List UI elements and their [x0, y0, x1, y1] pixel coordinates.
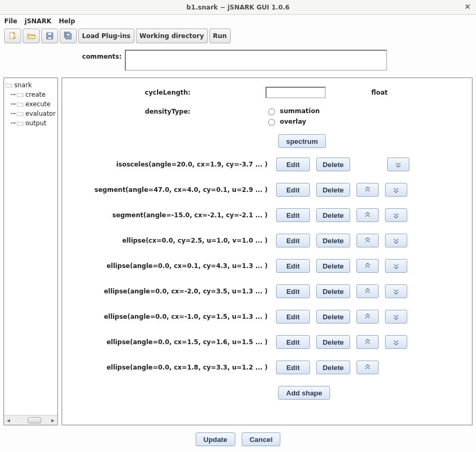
scroll-left-icon[interactable]: ◂ [4, 417, 13, 424]
move-up-button[interactable] [356, 259, 379, 273]
expand-icon[interactable]: ⊶ [11, 101, 15, 107]
delete-button[interactable]: Delete [316, 310, 350, 324]
move-up-button[interactable] [356, 284, 379, 298]
edit-button[interactable]: Edit [276, 208, 310, 222]
tree-horizontal-scrollbar[interactable]: ◂ ▸ [4, 415, 57, 425]
scroll-track[interactable] [13, 417, 49, 424]
edit-button[interactable]: Edit [276, 183, 310, 197]
tree-root-label: snark [14, 80, 32, 90]
density-radio-summation[interactable] [268, 108, 275, 115]
run-button[interactable]: Run [209, 29, 231, 43]
move-down-button[interactable] [385, 234, 407, 247]
menu-file[interactable]: File [4, 17, 17, 25]
move-up-button[interactable] [356, 310, 379, 324]
shape-row: ellipse(cx=0.0, cy=2.5, u=1.0, v=1.0 ...… [70, 234, 464, 247]
add-shape-button[interactable]: Add shape [278, 386, 330, 400]
densitytype-label: densityType: [70, 107, 266, 115]
main-pane: cycleLength: float densityType: summatio… [61, 77, 473, 426]
svg-point-1 [13, 36, 16, 39]
comments-input[interactable] [125, 50, 387, 71]
menu-jsnark[interactable]: jSNARK [25, 17, 52, 25]
expand-icon[interactable]: ⊶ [11, 91, 15, 98]
edit-button[interactable]: Edit [276, 310, 310, 324]
density-option-label: summation [280, 107, 319, 115]
density-option-overlay[interactable]: overlay [266, 117, 319, 126]
svg-rect-4 [48, 37, 52, 40]
close-icon[interactable]: × [464, 2, 471, 11]
cyclelength-input[interactable] [266, 87, 326, 98]
move-down-button[interactable] [385, 284, 407, 298]
move-down-button[interactable] [385, 183, 407, 197]
move-down-button[interactable] [385, 310, 407, 324]
tree-item-create[interactable]: ⊶create [11, 90, 56, 99]
delete-button[interactable]: Delete [316, 361, 350, 374]
edit-button[interactable]: Edit [276, 234, 310, 247]
tree-item-evaluator[interactable]: ⊶evaluator [11, 109, 56, 118]
cyclelength-note: float [371, 89, 388, 96]
shape-label: segment(angle=-15.0, cx=-2.1, cy=-2.1 ..… [70, 211, 270, 219]
titlebar: b1.snark − jSNARK GUI 1.0.6 × [0, 0, 476, 15]
shape-row: ellipse(angle=0.0, cx=0.1, cy=4.3, u=1.3… [70, 259, 464, 273]
density-radio-overlay[interactable] [268, 119, 275, 126]
scroll-thumb[interactable] [28, 417, 41, 423]
move-down-button[interactable] [385, 335, 407, 349]
load-plugins-button[interactable]: Load Plug-ins [78, 29, 134, 43]
shape-label: ellipse(cx=0.0, cy=2.5, u=1.0, v=1.0 ...… [70, 237, 270, 244]
shape-row: ellipse(angle=0.0, cx=1.8, cy=3.3, u=1.2… [70, 361, 464, 374]
menu-help[interactable]: Help [59, 17, 75, 25]
delete-button[interactable]: Delete [316, 259, 350, 273]
open-file-button[interactable] [23, 29, 40, 43]
delete-button[interactable]: Delete [316, 158, 350, 171]
folder-icon [16, 101, 24, 107]
update-button[interactable]: Update [196, 432, 235, 446]
move-up-button[interactable] [356, 183, 379, 197]
tree-item-label: evaluator [25, 109, 56, 118]
expand-icon[interactable]: ⊶ [11, 110, 15, 117]
tree-item-output[interactable]: ⊶output [11, 118, 56, 128]
toolbar: Load Plug-ins Working directory Run [0, 27, 476, 47]
delete-button[interactable]: Delete [316, 208, 350, 222]
shape-row: ellipse(angle=0.0, cx=1.5, cy=1.6, u=1.5… [70, 335, 464, 349]
delete-button[interactable]: Delete [316, 183, 350, 197]
save-button[interactable] [41, 29, 58, 43]
density-option-summation[interactable]: summation [266, 107, 319, 115]
shape-label: ellipse(angle=0.0, cx=1.5, cy=1.6, u=1.5… [70, 338, 270, 346]
edit-button[interactable]: Edit [276, 361, 310, 374]
edit-button[interactable]: Edit [276, 259, 310, 273]
expand-icon[interactable]: ⊶ [11, 120, 15, 126]
tree-pane: snark⊶create⊶execute⊶evaluator⊶output ◂ … [3, 77, 58, 426]
move-down-button[interactable] [385, 208, 407, 222]
move-up-button[interactable] [356, 208, 379, 222]
tree[interactable]: snark⊶create⊶execute⊶evaluator⊶output [4, 78, 57, 415]
tree-item-execute[interactable]: ⊶execute [11, 99, 56, 109]
move-down-button[interactable] [387, 158, 409, 171]
spectrum-button[interactable]: spectrum [278, 134, 326, 148]
shape-label: ellipse(angle=0.0, cx=1.8, cy=3.3, u=1.2… [70, 364, 270, 371]
delete-button[interactable]: Delete [316, 284, 350, 298]
delete-button[interactable]: Delete [316, 335, 350, 349]
new-file-button[interactable] [4, 29, 21, 43]
tree-root[interactable]: snark [5, 80, 56, 90]
comments-row: comments: [0, 47, 476, 76]
move-up-button[interactable] [356, 335, 379, 349]
cancel-button[interactable]: Cancel [242, 432, 281, 446]
delete-button[interactable]: Delete [316, 234, 350, 247]
move-up-button[interactable] [356, 234, 379, 247]
edit-button[interactable]: Edit [276, 158, 310, 171]
save-all-button[interactable] [60, 29, 77, 43]
density-option-label: overlay [280, 118, 306, 125]
move-down-button[interactable] [385, 259, 407, 273]
shape-label: segment(angle=47.0, cx=4.0, cy=0.1, u=2.… [70, 186, 270, 193]
scroll-right-icon[interactable]: ▸ [49, 417, 57, 424]
shape-label: isosceles(angle=20.0, cx=1.9, cy=-3.7 ..… [70, 161, 270, 168]
comments-label: comments: [0, 50, 125, 60]
edit-button[interactable]: Edit [276, 284, 310, 298]
shape-row: isosceles(angle=20.0, cx=1.9, cy=-3.7 ..… [70, 158, 464, 171]
edit-button[interactable]: Edit [276, 335, 310, 349]
move-up-button[interactable] [356, 361, 379, 374]
shape-row: ellipse(angle=0.0, cx=-2.0, cy=3.5, u=1.… [70, 284, 464, 298]
folder-icon [5, 82, 13, 88]
shape-row: ellipse(angle=0.0, cx=-1.0, cy=1.5, u=1.… [70, 310, 464, 324]
working-directory-button[interactable]: Working directory [136, 29, 208, 43]
shape-row: segment(angle=-15.0, cx=-2.1, cy=-2.1 ..… [70, 208, 464, 222]
